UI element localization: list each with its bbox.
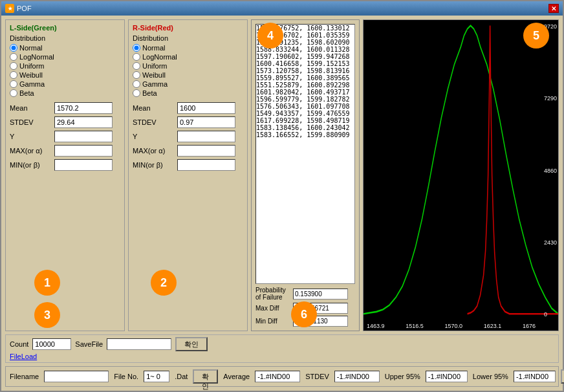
left-mean-label: Mean (10, 104, 52, 112)
right-min-input[interactable] (177, 159, 235, 171)
left-panel: L-Side(Green) Distribution Normal LogNor… (5, 19, 125, 331)
right-max-input[interactable] (177, 145, 235, 157)
data-textarea[interactable]: 1594.176752, 1600.133012 1581.486702, 16… (255, 24, 355, 284)
title-bar-left: ★ POF (5, 4, 32, 13)
right-y-input[interactable] (177, 131, 235, 142)
close-button[interactable]: ✕ (548, 4, 559, 13)
save-file-input[interactable] (107, 338, 171, 350)
left-max-label: MAX(or α) (10, 147, 52, 155)
file-confirm-button[interactable]: 확인 (193, 369, 218, 384)
end-button[interactable]: 종료 (561, 369, 564, 384)
right-mean-input[interactable] (177, 102, 235, 114)
upper95-input[interactable] (426, 371, 468, 382)
badge-3: 3 (34, 302, 60, 328)
dat-label: .Dat (175, 373, 188, 380)
left-y-input[interactable] (54, 131, 113, 142)
average-input[interactable] (255, 371, 300, 382)
upper95-label: Upper 95% (385, 373, 420, 380)
right-stdev-input[interactable] (177, 116, 235, 128)
y-label-2430: 2430 (544, 239, 557, 246)
x-label-1: 1463.9 (367, 323, 385, 329)
right-max-row: MAX(or α) (133, 145, 243, 157)
left-radio-normal[interactable]: Normal (10, 44, 120, 52)
right-mean-label: Mean (133, 104, 175, 112)
file-stdev-input[interactable] (334, 371, 380, 382)
left-panel-title: L-Side(Green) (10, 24, 120, 32)
filename-input[interactable] (44, 371, 109, 382)
right-y-label: Y (133, 133, 175, 140)
left-radio-uniform[interactable]: Uniform (10, 62, 120, 70)
left-stdev-label: STDEV (10, 118, 52, 126)
count-section: Count SaveFile 확인 FileLoad (5, 334, 559, 363)
badge-6: 6 (291, 301, 317, 327)
badge-2: 2 (151, 270, 177, 296)
prob-failure-label: Probability of Failure (255, 287, 291, 301)
filename-label: Filename (10, 373, 39, 380)
left-mean-input[interactable] (54, 102, 113, 114)
file-load-row: FileLoad (10, 353, 554, 360)
left-radio-weibull[interactable]: Weibull (10, 71, 120, 79)
badge-1: 1 (34, 270, 60, 296)
save-file-label: SaveFile (75, 340, 103, 348)
right-mean-row: Mean (133, 102, 243, 114)
right-dist-label: Distribution (133, 34, 243, 42)
y-label-7290: 7290 (544, 95, 557, 102)
left-min-label: MIN(or β) (10, 161, 52, 169)
average-label: Average (223, 373, 250, 380)
right-radio-beta[interactable]: Beta (133, 89, 243, 97)
main-window: ★ POF ✕ 1 2 3 4 5 L-Side(Green) Distribu… (0, 0, 564, 392)
right-y-row: Y (133, 131, 243, 142)
count-label: Count (10, 340, 28, 348)
x-label-3: 1570.0 (444, 323, 462, 329)
app-icon: ★ (5, 4, 14, 13)
x-label-5: 1676 (523, 323, 536, 329)
left-max-row: MAX(or α) (10, 145, 120, 157)
right-radio-uniform[interactable]: Uniform (133, 62, 243, 70)
max-diff-label: Max Diff (255, 305, 291, 312)
chart-svg (363, 20, 558, 331)
left-mean-row: Mean (10, 102, 120, 114)
right-min-label: MIN(or β) (133, 161, 175, 169)
stdev-label: STDEV (305, 373, 329, 380)
prob-failure-row: Probability of Failure (255, 287, 355, 301)
right-panel-title: R-Side(Red) (133, 24, 243, 32)
right-radio-weibull[interactable]: Weibull (133, 71, 243, 79)
left-min-input[interactable] (54, 159, 113, 171)
file-no-input[interactable] (144, 371, 169, 382)
x-label-4: 1623.1 (484, 323, 502, 329)
badge-4: 4 (257, 23, 283, 49)
left-y-label: Y (10, 133, 52, 140)
left-max-input[interactable] (54, 145, 113, 157)
file-section: Filename File No. .Dat 확인 Average STDEV … (5, 366, 559, 387)
right-panel: R-Side(Red) Distribution Normal LogNorma… (128, 19, 248, 331)
left-distribution-group: Normal LogNormal Uniform Weibull Gamma B… (10, 44, 120, 97)
left-stdev-input[interactable] (54, 116, 113, 128)
left-radio-lognormal[interactable]: LogNormal (10, 53, 120, 61)
file-no-label: File No. (114, 373, 138, 380)
min-diff-label: Min Diff (255, 318, 291, 325)
left-dist-label: Distribution (10, 34, 120, 42)
right-min-row: MIN(or β) (133, 159, 243, 171)
file-row: Filename File No. .Dat 확인 Average STDEV … (10, 369, 554, 384)
right-radio-normal[interactable]: Normal (133, 44, 243, 52)
left-y-row: Y (10, 131, 120, 142)
right-max-label: MAX(or α) (133, 147, 175, 155)
right-stdev-label: STDEV (133, 118, 175, 126)
x-label-2: 1516.5 (406, 323, 424, 329)
left-radio-beta[interactable]: Beta (10, 89, 120, 97)
left-stdev-row: STDEV (10, 116, 120, 128)
right-distribution-group: Normal LogNormal Uniform Weibull Gamma B… (133, 44, 243, 97)
right-radio-gamma[interactable]: Gamma (133, 80, 243, 88)
main-content: 1 2 3 4 5 L-Side(Green) Distribution Nor… (1, 16, 563, 391)
file-load-link[interactable]: FileLoad (10, 353, 37, 360)
y-label-0: 0 (544, 311, 557, 318)
count-confirm-button[interactable]: 확인 (175, 337, 208, 351)
right-radio-lognormal[interactable]: LogNormal (133, 53, 243, 61)
data-panel: 1594.176752, 1600.133012 1581.486702, 16… (251, 19, 360, 331)
lower95-input[interactable] (514, 371, 556, 382)
count-input[interactable] (32, 338, 71, 350)
prob-failure-input[interactable] (293, 289, 348, 299)
chart-panel: 9720 7290 4860 2430 0 1463.9 1516.5 1570… (363, 19, 559, 331)
left-radio-gamma[interactable]: Gamma (10, 80, 120, 88)
lower95-label: Lower 95% (473, 373, 508, 380)
